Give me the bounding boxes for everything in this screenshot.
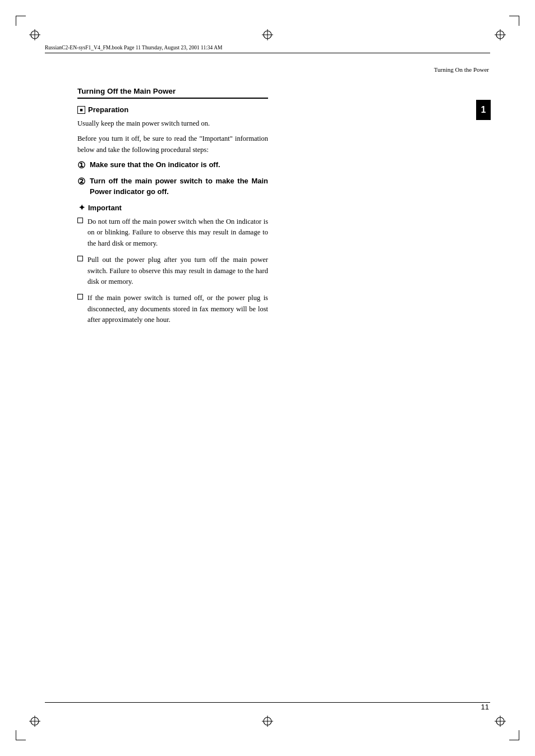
- chapter-number: 1: [481, 105, 486, 115]
- page-header: RussianC2-EN-sysF1_V4_FM.book Page 11 Th…: [45, 45, 490, 53]
- important-label: Important: [88, 204, 122, 212]
- bottom-rule: [45, 702, 490, 703]
- corner-tl: [16, 16, 26, 26]
- bullet-1-text: Do not turn off the main power switch wh…: [87, 216, 268, 249]
- important-heading: ✦ Important: [77, 203, 268, 212]
- bullet-item-3: If the main power switch is turned off, …: [77, 293, 268, 325]
- bullet-3-text: If the main power switch is turned off, …: [87, 293, 268, 325]
- reg-mark-tl: [29, 29, 40, 40]
- step-2: ② Turn off the main power switch to make…: [77, 176, 268, 197]
- header-right-text: Turning On the Power: [434, 66, 489, 73]
- main-content: Turning Off the Main Power ■ Preparation…: [77, 87, 268, 331]
- chapter-tab: 1: [476, 100, 491, 120]
- step-2-number: ②: [77, 176, 86, 187]
- reg-mark-tc: [262, 29, 273, 40]
- header-meta: RussianC2-EN-sysF1_V4_FM.book Page 11 Th…: [45, 45, 490, 50]
- bullet-item-1: Do not turn off the main power switch wh…: [77, 216, 268, 249]
- corner-br: [509, 730, 519, 740]
- prep-para-1: Usually keep the main power switch turne…: [77, 118, 268, 129]
- page-number: 11: [481, 703, 489, 711]
- important-icon: ✦: [77, 203, 86, 212]
- section-title: Turning Off the Main Power: [77, 87, 268, 99]
- prep-para-2: Before you turn it off, be sure to read …: [77, 133, 268, 155]
- preparation-label: Preparation: [88, 105, 128, 114]
- bullet-item-2: Pull out the power plug after you turn o…: [77, 255, 268, 287]
- corner-bl: [16, 730, 26, 740]
- reg-mark-tr: [495, 29, 506, 40]
- preparation-heading: ■ Preparation: [77, 105, 268, 114]
- preparation-icon: ■: [77, 106, 85, 114]
- step-2-text: Turn off the main power switch to make t…: [90, 176, 268, 197]
- bullet-1-icon: [77, 218, 83, 223]
- step-1-number: ①: [77, 160, 86, 170]
- reg-mark-bl: [29, 716, 40, 727]
- header-rule: [45, 53, 490, 53]
- reg-mark-bc: [262, 716, 273, 727]
- bullet-2-text: Pull out the power plug after you turn o…: [87, 255, 268, 287]
- step-1-text: Make sure that the On indicator is off.: [90, 160, 220, 170]
- corner-tr: [509, 16, 519, 26]
- step-1: ① Make sure that the On indicator is off…: [77, 160, 268, 170]
- bullet-2-icon: [77, 256, 83, 261]
- bullet-3-icon: [77, 294, 83, 299]
- reg-mark-br: [495, 716, 506, 727]
